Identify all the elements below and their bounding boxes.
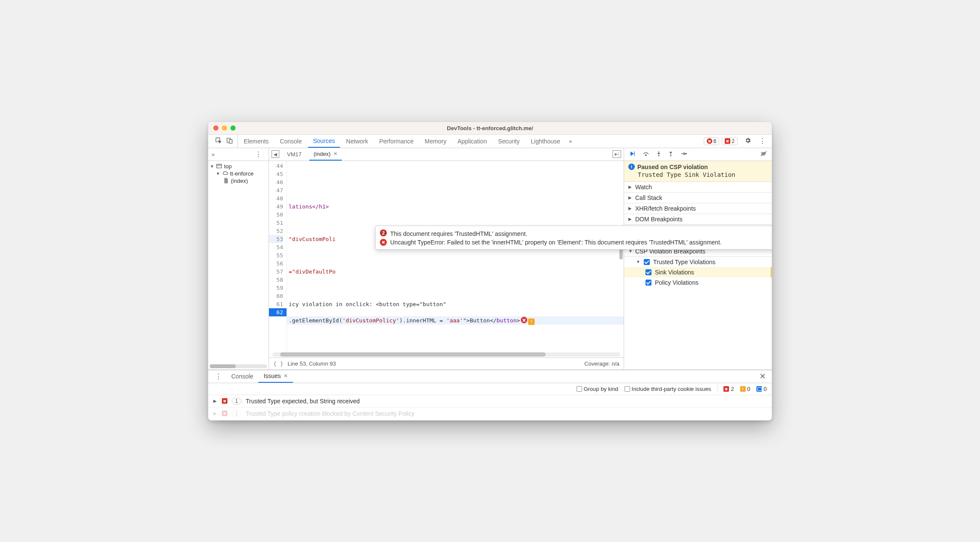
tab-network[interactable]: Network xyxy=(341,135,373,148)
tab-sources[interactable]: Sources xyxy=(308,135,340,148)
tooltip-count-badge: 2 xyxy=(380,229,387,236)
debugger-pane: iPaused on CSP violation Trusted Type Si… xyxy=(624,148,772,369)
error-icon xyxy=(222,398,227,404)
line-gutter: 44454647 48495051 52535455 56575859 6061… xyxy=(269,161,287,351)
editor-hscroll[interactable] xyxy=(272,352,620,357)
errors-badge[interactable]: 6 xyxy=(704,137,720,145)
checkbox-icon[interactable] xyxy=(645,269,651,275)
devtools-window: DevTools - tt-enforced.glitch.me/ Elemen… xyxy=(208,122,772,420)
issue-row-2[interactable]: 1 Trusted Type policy creation blocked b… xyxy=(208,408,772,420)
third-party-toggle[interactable]: Include third-party cookie issues xyxy=(624,386,711,392)
drawer-options-icon[interactable]: ⋮ xyxy=(211,372,226,381)
tab-lighthouse[interactable]: Lighthouse xyxy=(526,135,565,148)
run-snippet-icon[interactable]: ▶| xyxy=(612,150,621,158)
navigator-pane: » ⋮ top tt-enforce (index) xyxy=(208,148,269,369)
more-tabs-icon[interactable]: » xyxy=(566,138,575,144)
step-into-icon[interactable] xyxy=(656,150,662,158)
issue-count-pill: 1 xyxy=(232,398,242,405)
error-tooltip: 2 This document requires 'TrustedHTML' a… xyxy=(375,226,772,250)
file-tab-index[interactable]: (index)✕ xyxy=(309,148,342,161)
code-editor[interactable]: lations</h1> "divCustomPoli ="divDefault… xyxy=(287,161,624,351)
file-tab-vm17[interactable]: VM17 xyxy=(283,148,306,161)
more-options-icon[interactable]: ⋮ xyxy=(756,137,769,145)
csp-sink[interactable]: Sink Violations xyxy=(624,267,772,277)
step-out-icon[interactable] xyxy=(668,150,674,158)
tab-elements[interactable]: Elements xyxy=(239,135,274,148)
svg-point-7 xyxy=(658,155,660,156)
tab-performance[interactable]: Performance xyxy=(374,135,418,148)
tree-domain[interactable]: tt-enforce xyxy=(210,170,268,177)
svg-point-6 xyxy=(645,155,646,155)
cloud-icon xyxy=(222,170,228,177)
checkbox-icon[interactable] xyxy=(644,259,650,265)
error-icon xyxy=(222,411,227,416)
tree-file-index[interactable]: (index) xyxy=(210,177,268,185)
step-over-icon[interactable] xyxy=(642,151,650,158)
file-icon xyxy=(223,178,229,184)
tab-memory[interactable]: Memory xyxy=(420,135,452,148)
inline-error-icon[interactable] xyxy=(521,317,527,323)
section-callstack[interactable]: Call Stack xyxy=(624,193,772,203)
svg-point-9 xyxy=(685,153,686,154)
tree-top[interactable]: top xyxy=(210,163,268,170)
drawer: ⋮ Console Issues✕ ✕ Group by kind Includ… xyxy=(208,370,772,420)
frame-icon xyxy=(216,163,222,170)
close-drawer-tab-icon[interactable]: ✕ xyxy=(284,373,288,379)
resume-icon[interactable] xyxy=(628,150,636,158)
tab-application[interactable]: Application xyxy=(452,135,492,148)
drawer-warn-count: 0 xyxy=(740,386,750,392)
paused-banner: iPaused on CSP violation Trusted Type Si… xyxy=(624,161,772,182)
inline-warn-icon[interactable]: ! xyxy=(528,319,535,325)
csp-policy[interactable]: Policy Violations xyxy=(624,277,772,288)
tab-console[interactable]: Console xyxy=(275,135,307,148)
editor-pane: ◀ VM17 (index)✕ ▶| 44454647 48495051 525… xyxy=(269,148,624,369)
device-toggle-icon[interactable] xyxy=(226,137,233,145)
navigator-more-icon[interactable]: » xyxy=(212,151,215,158)
editor-statusbar: { } Line 53, Column 93 Coverage: n/a xyxy=(269,357,624,369)
issue-row-1[interactable]: 1 Trusted Type expected, but String rece… xyxy=(208,395,772,408)
issues-badge[interactable]: 2 xyxy=(722,137,738,145)
deactivate-breakpoints-icon[interactable] xyxy=(760,150,768,158)
svg-point-8 xyxy=(670,155,672,156)
step-icon[interactable] xyxy=(680,151,687,158)
group-by-kind-toggle[interactable]: Group by kind xyxy=(577,386,618,392)
close-tab-icon[interactable]: ✕ xyxy=(333,151,338,157)
section-xhr[interactable]: XHR/fetch Breakpoints xyxy=(624,203,772,214)
close-drawer-icon[interactable]: ✕ xyxy=(756,372,769,381)
inspect-icon[interactable] xyxy=(215,137,222,145)
section-watch[interactable]: Watch xyxy=(624,182,772,193)
section-dom[interactable]: DOM Breakpoints xyxy=(624,214,772,225)
settings-icon[interactable] xyxy=(741,137,755,146)
drawer-tab-issues[interactable]: Issues✕ xyxy=(258,370,293,383)
coverage-status: Coverage: n/a xyxy=(584,360,619,367)
issue-count-pill: 1 xyxy=(232,410,242,417)
csp-trusted-type[interactable]: Trusted Type Violations xyxy=(624,257,772,267)
pretty-print-icon[interactable]: { } xyxy=(273,360,283,367)
drawer-msg-count: 0 xyxy=(756,386,767,392)
window-title: DevTools - tt-enforced.glitch.me/ xyxy=(208,125,772,131)
info-icon: i xyxy=(628,164,635,170)
file-nav-icon[interactable]: ◀ xyxy=(272,150,279,158)
checkbox-icon[interactable] xyxy=(645,280,651,286)
navigator-scrollbar[interactable] xyxy=(210,364,267,368)
titlebar: DevTools - tt-enforced.glitch.me/ xyxy=(208,122,772,135)
cursor-position: Line 53, Column 93 xyxy=(287,360,336,367)
svg-rect-3 xyxy=(217,164,221,168)
drawer-tab-console[interactable]: Console xyxy=(226,370,258,383)
main-tabs: Elements Console Sources Network Perform… xyxy=(208,135,772,148)
svg-rect-5 xyxy=(634,151,635,156)
navigator-options-icon[interactable]: ⋮ xyxy=(251,150,265,158)
drawer-issue-count: 2 xyxy=(723,386,734,392)
tab-security[interactable]: Security xyxy=(493,135,525,148)
svg-rect-2 xyxy=(229,140,232,143)
tooltip-error-icon xyxy=(380,239,387,246)
